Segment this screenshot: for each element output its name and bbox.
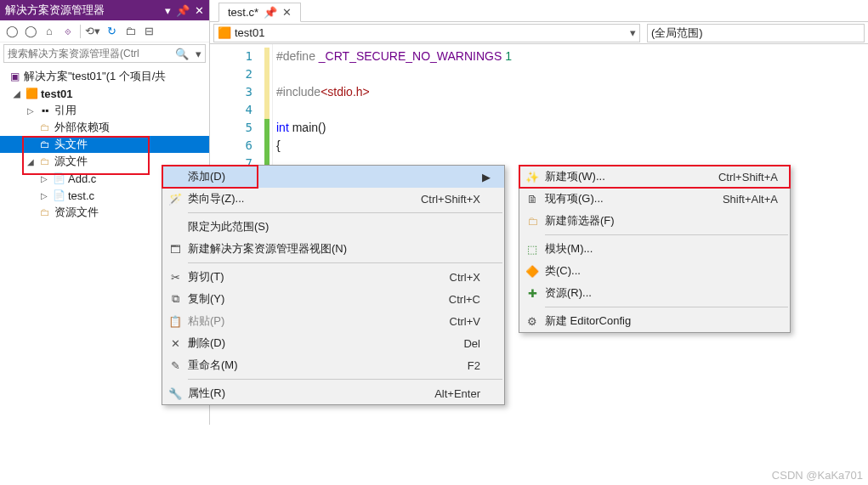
menu-editorconfig[interactable]: ⚙新建 EditorConfig (519, 310, 790, 332)
back-icon[interactable]: ◯ (3, 23, 20, 40)
switch-view-icon[interactable]: ⟐ (60, 23, 77, 40)
panel-toolbar: ◯ ◯ ⌂ ⟐ ⟲▾ ↻ 🗀 ⊟ (0, 20, 209, 42)
menu-label: 限定为此范围(S) (188, 219, 480, 234)
paste-icon: 📋 (162, 315, 188, 328)
context-menu: 添加(D)▶ 🪄类向导(Z)...Ctrl+Shift+X 限定为此范围(S) … (162, 165, 505, 405)
menu-label: 添加(D) (188, 169, 480, 184)
close-icon[interactable]: ✕ (195, 4, 204, 17)
refresh-icon[interactable]: ⟲▾ (84, 23, 101, 40)
sync-icon[interactable]: ↻ (103, 23, 120, 40)
menu-module[interactable]: ⬚模块(M)... (519, 238, 790, 260)
menu-class-wizard[interactable]: 🪄类向导(Z)...Ctrl+Shift+X (162, 188, 504, 210)
external-deps-node[interactable]: 🗀 外部依赖项 (0, 119, 209, 136)
menu-add[interactable]: 添加(D)▶ (162, 166, 504, 188)
class-icon: 🔶 (519, 265, 545, 278)
references-node[interactable]: ▷ ▪▪ 引用 (0, 102, 209, 119)
menu-scope[interactable]: 限定为此范围(S) (162, 216, 504, 238)
search-box[interactable]: 🔍 ▾ (3, 44, 206, 63)
search-icon[interactable]: 🔍 (172, 48, 192, 60)
shortcut: Del (463, 337, 480, 350)
pin-icon[interactable]: 📌 (264, 6, 277, 19)
code-token: 1 (502, 49, 512, 63)
menu-rename[interactable]: ✎重命名(M)F2 (162, 354, 504, 376)
delete-icon: ✕ (162, 337, 188, 350)
expand-icon[interactable]: ▷ (39, 174, 49, 183)
change-margin (261, 44, 273, 172)
expand-icon[interactable]: ◢ (26, 157, 36, 166)
nav-left-label: test01 (235, 26, 264, 39)
collapse-icon[interactable]: ⊟ (140, 23, 157, 40)
editor-tabs: test.c* 📌 ✕ (210, 0, 868, 22)
tab-test-c[interactable]: test.c* 📌 ✕ (218, 3, 301, 22)
close-icon[interactable]: ✕ (282, 6, 292, 19)
menu-cut[interactable]: ✂剪切(T)Ctrl+X (162, 266, 504, 288)
add-submenu: ✨新建项(W)...Ctrl+Shift+A 🗎现有项(G)...Shift+A… (519, 165, 791, 333)
sources-label: 源文件 (54, 154, 88, 169)
expand-icon[interactable]: ▷ (39, 191, 49, 200)
menu-label: 现有项(G)... (545, 191, 697, 206)
c-file-icon: 📄 (52, 172, 65, 185)
submenu-arrow-icon: ▶ (480, 171, 492, 183)
existing-item-icon: 🗎 (519, 193, 545, 206)
project-node[interactable]: ◢ 🟧 test01 (0, 85, 209, 102)
menu-new-item[interactable]: ✨新建项(W)...Ctrl+Shift+A (519, 166, 790, 188)
menu-existing-item[interactable]: 🗎现有项(G)...Shift+Alt+A (519, 188, 790, 210)
menu-separator (188, 212, 502, 213)
line-gutter: 1234567 (210, 44, 261, 172)
expand-icon[interactable]: ▷ (26, 106, 36, 116)
code-area[interactable]: 1234567 #define _CRT_SECURE_NO_WARNINGS … (210, 44, 868, 172)
menu-resource[interactable]: ✚资源(R)... (519, 282, 790, 304)
solution-label: 解决方案"test01"(1 个项目/共 (24, 69, 166, 84)
shortcut: Shift+Alt+A (723, 193, 778, 206)
resource-icon: ✚ (519, 287, 545, 300)
shortcut: F2 (468, 359, 480, 372)
headers-label: 头文件 (54, 137, 88, 152)
code-token: main() (289, 121, 326, 134)
code-token: <stdio.h> (321, 85, 370, 99)
menu-separator (545, 307, 788, 307)
menu-separator (188, 379, 502, 380)
cut-icon: ✂ (162, 271, 188, 284)
chevron-down-icon: ▾ (630, 26, 636, 39)
headers-node[interactable]: 🗀 头文件 (0, 136, 209, 153)
menu-new-filter[interactable]: 🗀新建筛选器(F) (519, 210, 790, 232)
forward-icon[interactable]: ◯ (22, 23, 39, 40)
menu-properties[interactable]: 🔧属性(R)Alt+Enter (162, 382, 504, 404)
panel-title-text: 解决方案资源管理器 (5, 3, 105, 18)
pin-icon[interactable]: 📌 (176, 4, 190, 17)
tab-label: test.c* (228, 6, 258, 19)
solution-icon: ▣ (8, 70, 21, 83)
shortcut: Alt+Enter (434, 387, 480, 400)
watermark: CSDN @KaKa701 (772, 469, 863, 482)
dropdown-icon[interactable]: ▾ (165, 4, 171, 17)
code-token: #define (276, 49, 319, 63)
menu-label: 粘贴(P) (188, 313, 424, 329)
wizard-icon: 🪄 (162, 193, 188, 206)
menu-class[interactable]: 🔶类(C)... (519, 260, 790, 282)
scope-dropdown[interactable]: (全局范围) (647, 24, 865, 42)
menu-copy[interactable]: ⧉复制(Y)Ctrl+C (162, 288, 504, 310)
menu-separator (188, 262, 502, 263)
references-icon: ▪▪ (38, 104, 52, 117)
show-all-icon[interactable]: 🗀 (122, 23, 139, 40)
shortcut: Ctrl+Shift+A (718, 171, 778, 183)
solution-node[interactable]: ▣ 解决方案"test01"(1 个项目/共 (0, 68, 209, 85)
copy-icon: ⧉ (162, 292, 188, 306)
menu-new-view[interactable]: 🗔新建解决方案资源管理器视图(N) (162, 238, 504, 260)
menu-label: 模块(M)... (545, 241, 778, 257)
search-chevron-icon[interactable]: ▾ (192, 48, 205, 60)
source-text[interactable]: #define _CRT_SECURE_NO_WARNINGS 1 #inclu… (273, 44, 512, 172)
c-file-icon: 📄 (52, 189, 65, 202)
editor-area: test.c* 📌 ✕ 🟧test01 ▾ (全局范围) 1234567 #de… (210, 0, 868, 172)
search-input[interactable] (4, 48, 172, 59)
expand-icon[interactable]: ◢ (12, 89, 22, 99)
folder-icon: 🗀 (38, 121, 52, 134)
home-icon[interactable]: ⌂ (41, 23, 58, 40)
references-label: 引用 (54, 103, 77, 118)
menu-label: 类向导(Z)... (188, 191, 395, 206)
menu-delete[interactable]: ✕删除(D)Del (162, 332, 504, 354)
code-token: int (276, 121, 289, 134)
new-item-icon: ✨ (519, 171, 545, 183)
nav-dropdowns: 🟧test01 ▾ (全局范围) (210, 22, 868, 44)
project-dropdown[interactable]: 🟧test01 ▾ (213, 24, 640, 42)
